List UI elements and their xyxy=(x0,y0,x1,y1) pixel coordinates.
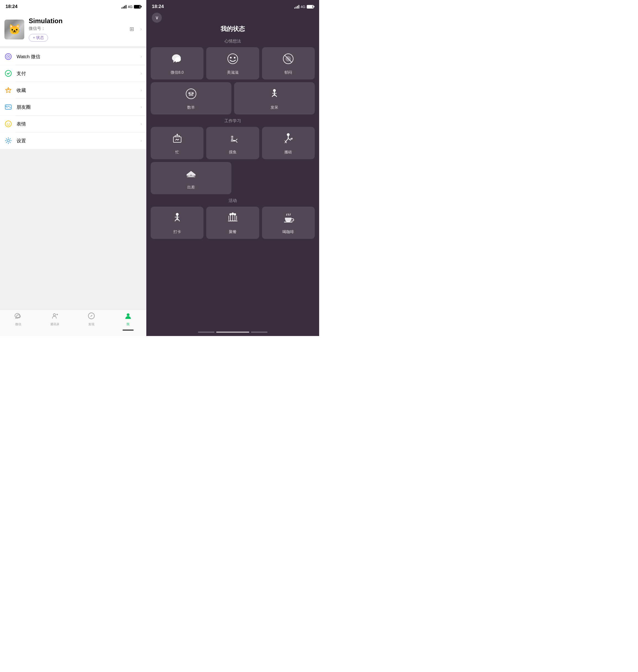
scroll-indicators xyxy=(146,329,319,336)
svg-point-13 xyxy=(228,54,238,64)
chuchai-label: 出差 xyxy=(187,185,195,190)
signal-bar-2 xyxy=(123,6,124,8)
chuchai-icon xyxy=(185,168,197,182)
shuyang-icon xyxy=(185,88,197,102)
mood-card-daka[interactable]: 打卡 xyxy=(151,207,203,239)
svg-point-31 xyxy=(230,213,232,216)
svg-point-6 xyxy=(5,121,11,127)
qr-icon[interactable]: ⊞ xyxy=(130,25,134,32)
menu-label-moments: 朋友圈 xyxy=(17,104,136,110)
menu-arrow-settings: › xyxy=(140,138,142,143)
section-divider-1 xyxy=(0,46,146,48)
r-signal-bar-4 xyxy=(299,5,299,8)
menu-list: Watch 微信 › 支付 › 收藏 › xyxy=(0,48,146,149)
mood-card-chuchai[interactable]: 出差 xyxy=(151,162,231,194)
mood-grid-row2: 数羊 发呆 xyxy=(151,82,315,115)
status-bar-right: 18:24 4G xyxy=(146,0,319,12)
svg-point-12 xyxy=(127,313,130,316)
menu-arrow-moments: › xyxy=(140,105,142,109)
r-signal-bar-3 xyxy=(297,6,298,8)
status-tag[interactable]: + 状态 xyxy=(29,34,48,42)
scroll-bar-center xyxy=(216,332,249,333)
svg-point-33 xyxy=(234,213,236,216)
daka-icon xyxy=(171,212,183,227)
kafei-icon xyxy=(282,212,294,227)
settings-icon xyxy=(4,137,12,144)
signal-bar-3 xyxy=(124,6,125,8)
bottom-space xyxy=(151,242,315,247)
mood-card-moyu[interactable]: 摸鱼 xyxy=(206,127,259,159)
scroll-bar-left xyxy=(198,332,215,333)
section-title-work: 工作学习 xyxy=(151,118,315,124)
tab-discover-label: 发现 xyxy=(88,322,95,326)
scroll-bar-right xyxy=(251,332,268,333)
r-signal-bar-2 xyxy=(296,6,297,8)
svg-point-26 xyxy=(232,136,233,137)
menu-item-moments[interactable]: 朋友圈 › xyxy=(0,99,146,115)
r-signal-bar-1 xyxy=(294,7,295,8)
svg-point-8 xyxy=(9,123,10,124)
watch-icon xyxy=(4,53,12,61)
work-grid-row1: 忙 摸鱼 xyxy=(151,127,315,159)
mood-card-shuyang[interactable]: 数羊 xyxy=(151,82,231,115)
work-grid-row2: 出差 xyxy=(151,162,315,194)
profile-section[interactable]: 🐱 Simulation 微信号： + 状态 ⊞ › xyxy=(0,12,146,46)
svg-rect-28 xyxy=(290,138,293,140)
busy-icon xyxy=(171,133,183,147)
mood-card-fazhu[interactable]: 发呆 xyxy=(234,82,315,115)
menu-item-watch[interactable]: Watch 微信 › xyxy=(0,48,146,65)
tab-discover[interactable]: 发现 xyxy=(73,312,110,330)
tab-contacts-label: 通讯录 xyxy=(50,322,60,326)
tab-me-icon xyxy=(124,312,132,321)
mood-card-meizizi[interactable]: 美滋滋 xyxy=(206,47,259,80)
mood-card-busy[interactable]: 忙 xyxy=(151,127,203,159)
menu-item-stickers[interactable]: 表情 › xyxy=(0,116,146,132)
empty-space xyxy=(0,149,146,309)
mood-card-jucan[interactable]: 聚餐 xyxy=(206,207,259,239)
svg-point-5 xyxy=(6,106,7,107)
menu-item-settings[interactable]: 设置 › xyxy=(0,133,146,149)
yumen-icon xyxy=(282,53,294,67)
menu-label-pay: 支付 xyxy=(17,70,136,77)
page-title: 我的状态 xyxy=(146,25,319,33)
mood-card-yumen[interactable]: 郁闷 xyxy=(262,47,315,80)
busy-label: 忙 xyxy=(175,150,179,155)
mood-card-banzhu[interactable]: 搬砖 xyxy=(262,127,315,159)
stickers-icon xyxy=(4,120,12,128)
shuyang-label: 数羊 xyxy=(187,105,195,110)
meizizi-label: 美滋滋 xyxy=(227,70,238,75)
tab-discover-icon xyxy=(88,312,95,321)
mood-card-kafei[interactable]: 喝咖啡 xyxy=(262,207,315,239)
svg-point-9 xyxy=(7,140,10,142)
avatar-image: 🐱 xyxy=(4,20,24,39)
chevron-down-icon: ∨ xyxy=(155,15,159,21)
profile-name: Simulation xyxy=(29,17,142,25)
wechat80-icon xyxy=(171,53,183,67)
tab-me[interactable]: 我 xyxy=(110,312,147,330)
wechat80-label: 微信8.0 xyxy=(171,70,184,75)
favorites-icon xyxy=(4,86,12,94)
menu-item-favorites[interactable]: 收藏 › xyxy=(0,82,146,99)
svg-point-2 xyxy=(8,56,9,57)
svg-point-14 xyxy=(230,57,232,58)
meizizi-icon xyxy=(226,53,239,67)
battery-icon-left xyxy=(134,5,141,8)
daka-label: 打卡 xyxy=(173,229,181,235)
mood-card-wechat80[interactable]: 微信8.0 xyxy=(151,47,203,80)
menu-arrow-pay: › xyxy=(140,71,142,76)
menu-arrow-watch: › xyxy=(140,54,142,59)
tab-contacts-icon xyxy=(51,312,58,321)
menu-label-settings: 设置 xyxy=(17,138,136,144)
svg-point-3 xyxy=(5,70,11,76)
tab-wechat[interactable]: 微信 xyxy=(0,312,37,330)
tab-contacts[interactable]: 通讯录 xyxy=(37,312,73,330)
jucan-icon xyxy=(226,212,239,227)
moments-icon xyxy=(4,103,12,111)
signal-bars-right xyxy=(294,5,299,8)
left-panel: 18:24 4G 🐱 Simulation 微信号： + 状态 ⊞ xyxy=(0,0,146,336)
back-button[interactable]: ∨ xyxy=(152,13,162,23)
signal-bar-1 xyxy=(121,7,122,8)
menu-item-pay[interactable]: 支付 › xyxy=(0,65,146,82)
menu-label-favorites: 收藏 xyxy=(17,87,136,93)
status-icons-left: 4G xyxy=(121,5,141,9)
